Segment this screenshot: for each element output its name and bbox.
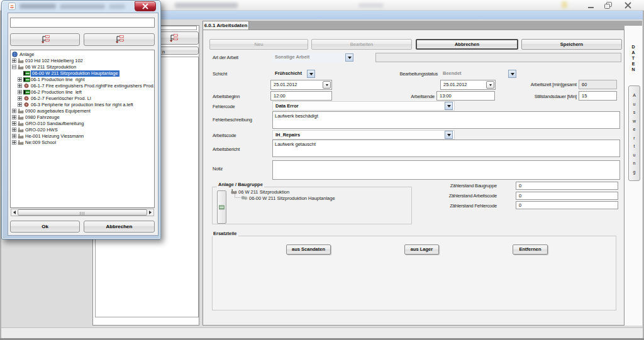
java-app-icon bbox=[8, 3, 16, 10]
schicht-combo[interactable]: Frühschicht bbox=[272, 69, 307, 78]
close-button[interactable] bbox=[621, 1, 635, 9]
tree-toggle-minus[interactable] bbox=[12, 65, 16, 69]
zaehlerstand-arbeitscode-field[interactable]: 0 bbox=[516, 192, 618, 200]
tree-item[interactable]: Ne:009 School bbox=[11, 140, 154, 146]
machine-icon bbox=[23, 89, 30, 95]
blurred-dialog-title bbox=[109, 4, 125, 9]
tree-toggle-plus[interactable] bbox=[18, 77, 22, 82]
tree-item[interactable]: 0980 Fahrzeuge bbox=[11, 114, 154, 121]
tree-toggle-plus[interactable] bbox=[18, 102, 22, 107]
chevron-down-icon bbox=[326, 84, 328, 86]
tree-toggle-plus[interactable] bbox=[18, 84, 22, 88]
zaehlerstand-baugruppe-field[interactable]: 0 bbox=[516, 182, 618, 190]
restore-button[interactable] bbox=[602, 1, 614, 9]
aus-scandaten-button[interactable]: aus Scandaten bbox=[286, 244, 331, 255]
tree-item[interactable]: 06-00 W 211 Sitzproduktion Hauptanlage bbox=[11, 70, 154, 77]
abbrechen-button[interactable]: Abbrechen bbox=[416, 39, 518, 50]
scroll-right-arrow[interactable] bbox=[147, 209, 153, 216]
tab-daten[interactable]: DATEN bbox=[627, 44, 640, 72]
titlebar-icon bbox=[562, 1, 567, 8]
fehlerbeschreibung-textarea[interactable]: Laufwerk beschädigt bbox=[272, 111, 620, 129]
dialog-close-button[interactable] bbox=[135, 1, 156, 11]
art-der-arbeit-combo[interactable]: Sonstige Arbeit bbox=[272, 53, 354, 62]
tree-toggle-plus[interactable] bbox=[12, 128, 16, 132]
chevron-down-icon bbox=[309, 73, 313, 75]
tree-item[interactable]: 06-1 Production line right bbox=[11, 77, 154, 83]
arbeitsende-field[interactable]: 13:00 bbox=[436, 91, 495, 101]
tree-item[interactable]: 0900 ausgebautes Equipement bbox=[11, 108, 154, 114]
gear-icon bbox=[23, 102, 30, 107]
dialog-tree[interactable]: Anlage010 Hd 102 Heidelberg 10206 W 211 … bbox=[10, 50, 155, 208]
tree-item[interactable]: GRO-020 HWS bbox=[11, 127, 154, 133]
notiz-label: Notiz bbox=[213, 166, 223, 172]
scrollbar-thumb[interactable] bbox=[18, 209, 147, 216]
close-icon bbox=[142, 3, 149, 9]
tree-item[interactable]: 010 Hd 102 Heidelberg 102 bbox=[11, 58, 154, 64]
entfernen-button[interactable]: Entfernen bbox=[513, 244, 548, 255]
arbeitscode-combo[interactable]: IH_Repairs bbox=[272, 130, 455, 140]
tree-item-label: Anlage bbox=[19, 52, 34, 58]
ersatzteile-label: Ersatzteile bbox=[212, 231, 238, 236]
dialog-tree-hscrollbar[interactable] bbox=[11, 209, 154, 216]
arbeitsbeginn-field[interactable]: 12:00 bbox=[270, 91, 332, 101]
arbeitsbericht-textarea[interactable]: Laufwerk getauscht bbox=[272, 140, 620, 157]
tree-toggle-plus[interactable] bbox=[12, 109, 16, 113]
bearbeitungsstatus-combo-arrow[interactable] bbox=[508, 70, 516, 78]
dialog-tree-button-left[interactable] bbox=[10, 33, 80, 46]
baugruppe-tool-button[interactable] bbox=[217, 190, 226, 224]
notiz-textarea[interactable] bbox=[272, 160, 620, 180]
mini-tree-node[interactable]: 06 W 211 Sitzproduktion bbox=[238, 189, 289, 195]
tree-item-label: 06-3 Peripherie for production lines for… bbox=[31, 102, 133, 108]
speichern-button[interactable]: Speichern bbox=[521, 39, 622, 50]
globe-icon bbox=[12, 52, 18, 57]
zaehlerstand-fehlercode-field[interactable]: 0 bbox=[516, 201, 618, 209]
factory-icon bbox=[18, 108, 24, 114]
tree-toggle-plus[interactable] bbox=[12, 140, 16, 145]
arbeitscode-combo-arrow[interactable] bbox=[445, 131, 453, 139]
tree-item-label: He-001 Heizung Viessmann bbox=[25, 133, 84, 140]
tree-item-label: 0900 ausgebautes Equipement bbox=[25, 108, 91, 114]
tree-toggle-plus[interactable] bbox=[12, 58, 16, 63]
datum-von-dropdown[interactable] bbox=[323, 81, 331, 89]
dialog-cancel-button[interactable]: Abbrechen bbox=[84, 221, 155, 233]
close-icon bbox=[621, 1, 635, 9]
bearbeitungsstatus-combo[interactable]: Beendet bbox=[440, 69, 506, 79]
tree-item[interactable]: 06-2-7 Feuerlöscher Prod. LI bbox=[11, 96, 154, 102]
tree-item[interactable]: He-001 Heizung Viessmann bbox=[11, 133, 154, 140]
tab-arbeitsdaten[interactable]: 6.0.1 Arbeitsdaten bbox=[203, 21, 249, 30]
dialog-search-field[interactable] bbox=[10, 18, 155, 28]
art-der-arbeit-label: Art der Arbeit bbox=[213, 55, 238, 60]
neu-button[interactable]: Neu bbox=[209, 39, 308, 50]
tree-toggle-plus[interactable] bbox=[12, 121, 16, 126]
zaehlerstand-baugruppe-label: Zählerstand Baugruppe bbox=[402, 183, 497, 189]
aus-lager-button[interactable]: aus Lager bbox=[404, 244, 439, 255]
tree-item[interactable]: 06-1-7 Fire extinguishers Prod.rightFire… bbox=[11, 83, 154, 89]
schicht-combo-arrow[interactable] bbox=[307, 70, 315, 78]
tree-toggle-plus[interactable] bbox=[12, 134, 16, 138]
factory-icon bbox=[18, 114, 24, 120]
stillstandsdauer-field[interactable]: 15 bbox=[579, 91, 617, 101]
factory-icon bbox=[18, 127, 24, 133]
machine-small-icon bbox=[219, 205, 225, 210]
fehlerbeschreibung-label: Fehlerbeschreibung bbox=[213, 117, 252, 123]
tree-toggle-plus[interactable] bbox=[18, 96, 22, 101]
minimize-button[interactable] bbox=[586, 1, 597, 9]
bearbeiten-button[interactable]: Bearbeiten bbox=[311, 39, 412, 50]
tree-item[interactable]: 06-2 Production line left bbox=[11, 89, 154, 96]
tree-item[interactable]: GRO-010 Sandaufbereitung bbox=[11, 121, 154, 127]
scroll-left-arrow[interactable] bbox=[11, 209, 18, 216]
art-der-arbeit-combo-arrow[interactable] bbox=[345, 53, 353, 62]
tree-item[interactable]: Anlage bbox=[11, 52, 154, 58]
tab-auswertung[interactable]: Auswertung bbox=[628, 85, 640, 181]
tree-toggle-plus[interactable] bbox=[18, 90, 22, 94]
tree-item[interactable]: 06 W 211 Sitzproduktion bbox=[11, 64, 154, 70]
fehlercode-combo-arrow[interactable] bbox=[445, 102, 453, 110]
fehlercode-combo[interactable]: Data Error bbox=[272, 101, 455, 111]
dialog-tree-button-right[interactable] bbox=[84, 33, 155, 46]
dialog-ok-button[interactable]: Ok bbox=[10, 221, 80, 233]
tree-item[interactable]: 06-3 Peripherie for production lines for… bbox=[11, 102, 154, 108]
arbeitscode-label: Arbeitscode bbox=[213, 133, 236, 138]
datum-bis-dropdown[interactable] bbox=[486, 81, 494, 89]
mini-tree-child[interactable]: 06-00 W 211 Sitzproduktion Hauptanlage bbox=[249, 195, 335, 201]
tree-toggle-plus[interactable] bbox=[12, 115, 16, 119]
